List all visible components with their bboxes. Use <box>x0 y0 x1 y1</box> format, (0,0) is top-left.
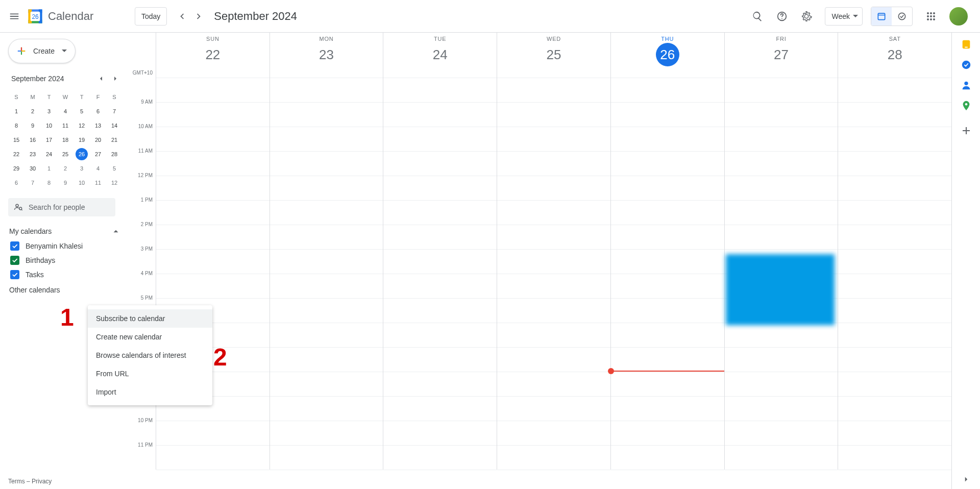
mini-day[interactable]: 24 <box>41 147 57 161</box>
mini-day[interactable]: 20 <box>90 133 106 147</box>
tasks-icon[interactable] <box>961 59 972 70</box>
calendar-item[interactable]: Tasks <box>8 267 122 282</box>
mini-day[interactable]: 12 <box>106 176 122 190</box>
calendar-event[interactable] <box>726 254 835 325</box>
mini-day[interactable]: 8 <box>41 176 57 190</box>
mini-day[interactable]: 19 <box>74 133 90 147</box>
day-column[interactable] <box>270 78 383 470</box>
calendar-checkbox[interactable] <box>10 270 19 279</box>
mini-day[interactable]: 23 <box>24 147 41 161</box>
prev-period-button[interactable] <box>173 8 190 25</box>
mini-calendar-title[interactable]: September 2024 <box>11 75 94 83</box>
mini-day[interactable]: 9 <box>57 176 74 190</box>
mini-day[interactable]: 7 <box>24 176 41 190</box>
mini-day[interactable]: 30 <box>24 161 41 176</box>
mini-day[interactable]: 26 <box>74 147 90 161</box>
privacy-link[interactable]: Privacy <box>32 478 52 485</box>
mini-day[interactable]: 2 <box>57 161 74 176</box>
settings-icon[interactable] <box>796 6 817 27</box>
keep-icon[interactable] <box>961 39 972 50</box>
my-calendars-toggle[interactable]: My calendars <box>8 224 122 239</box>
mini-day[interactable]: 4 <box>57 104 74 118</box>
google-apps-icon[interactable] <box>921 6 941 27</box>
calendar-mode-toggle[interactable] <box>871 7 892 26</box>
mini-day[interactable]: 9 <box>24 118 41 133</box>
mini-day[interactable]: 17 <box>41 133 57 147</box>
maps-icon[interactable] <box>961 100 972 111</box>
mini-day[interactable]: 3 <box>74 161 90 176</box>
mini-day[interactable]: 6 <box>90 104 106 118</box>
mini-day[interactable]: 15 <box>8 133 24 147</box>
day-column[interactable] <box>838 78 951 470</box>
day-number[interactable]: 23 <box>315 43 338 66</box>
mini-day[interactable]: 29 <box>8 161 24 176</box>
mini-day[interactable]: 14 <box>106 118 122 133</box>
day-column[interactable] <box>610 78 724 470</box>
main-menu-button[interactable] <box>4 6 24 27</box>
mini-day[interactable]: 6 <box>8 176 24 190</box>
mini-day[interactable]: 18 <box>57 133 74 147</box>
day-column[interactable] <box>724 78 838 470</box>
mini-day[interactable]: 2 <box>24 104 41 118</box>
search-people-input[interactable]: Search for people <box>8 198 115 216</box>
mini-day[interactable]: 5 <box>106 161 122 176</box>
day-number[interactable]: 26 <box>656 43 679 66</box>
day-number[interactable]: 24 <box>428 43 452 66</box>
mini-day[interactable]: 1 <box>8 104 24 118</box>
mini-day[interactable]: 22 <box>8 147 24 161</box>
mini-day[interactable]: 5 <box>74 104 90 118</box>
day-column[interactable] <box>383 78 497 470</box>
hide-side-panel-icon[interactable] <box>962 475 971 484</box>
mini-prev-month[interactable] <box>94 71 108 86</box>
mini-day[interactable]: 1 <box>41 161 57 176</box>
tasks-mode-toggle[interactable] <box>892 7 912 26</box>
search-icon[interactable] <box>747 6 768 27</box>
mini-day[interactable]: 27 <box>90 147 106 161</box>
account-avatar[interactable] <box>949 7 968 26</box>
terms-link[interactable]: Terms <box>8 478 25 485</box>
next-period-button[interactable] <box>190 8 208 25</box>
other-calendars-toggle[interactable]: Other calendars <box>8 282 122 296</box>
mini-day[interactable]: 3 <box>41 104 57 118</box>
view-switcher[interactable]: Week <box>825 7 863 26</box>
create-button[interactable]: Create <box>8 39 76 63</box>
day-number[interactable]: 27 <box>769 43 793 66</box>
help-icon[interactable] <box>772 6 792 27</box>
mini-day[interactable]: 7 <box>106 104 122 118</box>
calendar-checkbox[interactable] <box>10 256 19 265</box>
day-number[interactable]: 28 <box>883 43 906 66</box>
ctx-menu-item[interactable]: Subscribe to calendar <box>88 309 212 328</box>
mini-day[interactable]: 12 <box>74 118 90 133</box>
ctx-menu-item[interactable]: Browse calendars of interest <box>88 346 212 364</box>
mini-day[interactable]: 10 <box>74 176 90 190</box>
mini-day[interactable]: 21 <box>106 133 122 147</box>
mini-day[interactable]: 4 <box>90 161 106 176</box>
calendar-checkbox[interactable] <box>10 241 19 251</box>
calendar-item[interactable]: Benyamin Khalesi <box>8 239 122 253</box>
day-number[interactable]: 25 <box>542 43 566 66</box>
mini-next-month[interactable] <box>108 71 122 86</box>
day-column[interactable] <box>497 78 610 470</box>
today-button[interactable]: Today <box>135 7 167 26</box>
contacts-icon[interactable] <box>961 80 972 91</box>
day-of-week-label: SUN <box>206 36 219 42</box>
mini-day[interactable]: 13 <box>90 118 106 133</box>
mini-day[interactable]: 28 <box>106 147 122 161</box>
day-number[interactable]: 22 <box>201 43 225 66</box>
ctx-menu-item[interactable]: From URL <box>88 364 212 383</box>
calendar-item[interactable]: Birthdays <box>8 253 122 267</box>
mini-day[interactable]: 10 <box>41 118 57 133</box>
day-column[interactable] <box>156 78 270 470</box>
mini-day[interactable]: 11 <box>57 118 74 133</box>
day-of-week-label: WED <box>547 36 561 42</box>
mini-day[interactable]: 16 <box>24 133 41 147</box>
day-header: MON23 <box>270 33 383 78</box>
ctx-menu-item[interactable]: Import <box>88 383 212 401</box>
mini-day[interactable]: 11 <box>90 176 106 190</box>
app-logo[interactable]: 26 Calendar <box>27 8 93 25</box>
mini-day[interactable]: 8 <box>8 118 24 133</box>
date-range-label[interactable]: September 2024 <box>214 10 297 23</box>
add-addon-icon[interactable] <box>960 125 972 137</box>
mini-day[interactable]: 25 <box>57 147 74 161</box>
ctx-menu-item[interactable]: Create new calendar <box>88 328 212 346</box>
